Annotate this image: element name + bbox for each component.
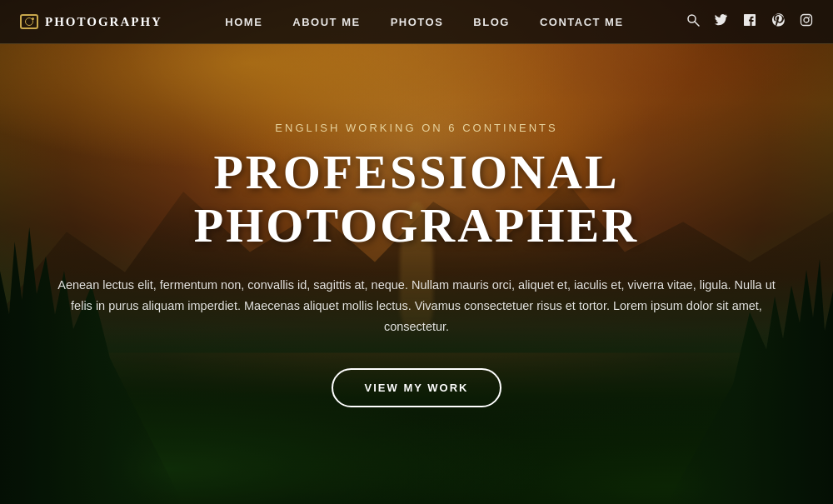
camera-icon xyxy=(20,14,38,29)
logo-text: PHOTOGRAPHY xyxy=(45,15,162,29)
view-work-button[interactable]: VIEW MY WORK xyxy=(332,368,502,407)
nav-about[interactable]: ABOUT ME xyxy=(292,16,360,28)
hero-subtitle: ENGLISH WORKING ON 6 CONTINENTS xyxy=(275,122,557,134)
nav-blog[interactable]: BLOG xyxy=(473,16,510,28)
hero-section: PHOTOGRAPHY HOME ABOUT ME PHOTOS BLOG CO… xyxy=(0,0,833,504)
hero-content: ENGLISH WORKING ON 6 CONTINENTS PROFESSI… xyxy=(0,0,833,504)
nav-links: HOME ABOUT ME PHOTOS BLOG CONTACT ME xyxy=(225,16,623,28)
nav-photos[interactable]: PHOTOS xyxy=(391,16,444,28)
svg-line-1 xyxy=(695,22,699,26)
facebook-icon[interactable] xyxy=(743,13,756,30)
svg-point-4 xyxy=(809,17,811,18)
search-icon[interactable] xyxy=(686,13,700,30)
hero-description: Aenean lectus elit, fermentum non, conva… xyxy=(54,275,779,337)
pinterest-icon[interactable] xyxy=(771,13,785,30)
svg-rect-2 xyxy=(801,15,812,26)
navigation: PHOTOGRAPHY HOME ABOUT ME PHOTOS BLOG CO… xyxy=(0,0,833,44)
logo[interactable]: PHOTOGRAPHY xyxy=(20,14,162,29)
twitter-icon[interactable] xyxy=(715,13,728,30)
instagram-icon[interactable] xyxy=(800,13,813,30)
hero-title: PROFESSIONAL PHOTOGRAPHER xyxy=(50,146,783,252)
nav-contact[interactable]: CONTACT ME xyxy=(540,16,624,28)
social-icons xyxy=(686,13,813,30)
svg-point-3 xyxy=(804,17,809,22)
nav-home[interactable]: HOME xyxy=(225,16,262,28)
